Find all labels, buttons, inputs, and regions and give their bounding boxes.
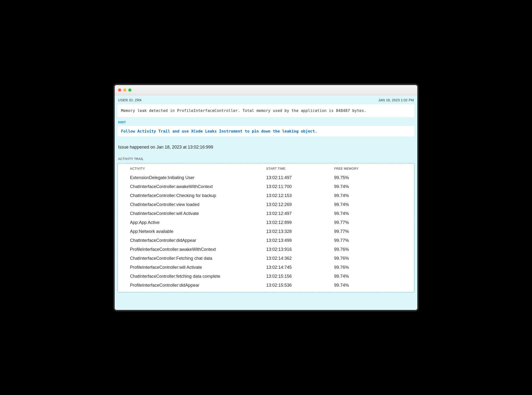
cell-start-time: 13:02:13:328 xyxy=(266,229,334,234)
activity-trail-table: ACTIVITY START TIME FREE MEMORY Extensio… xyxy=(118,163,414,292)
cell-start-time: 13:02:14:362 xyxy=(266,256,334,261)
table-row: App:Network available13:02:13:32899.77% xyxy=(130,227,402,236)
cell-activity: ChatInterfaceController:Checking for bac… xyxy=(130,193,266,198)
cell-free-memory: 99.76% xyxy=(334,247,402,252)
cell-activity: ChatInterfaceController:didAppear xyxy=(130,238,266,243)
cell-free-memory: 99.75% xyxy=(334,175,402,180)
cell-activity: ProfileInterfaceController:didAppear xyxy=(130,283,266,288)
header-row: USER ID: ZRK JAN 18, 2023 1:02 PM xyxy=(118,98,414,102)
user-id: USER ID: ZRK xyxy=(118,98,142,102)
column-header-activity: ACTIVITY xyxy=(130,167,266,170)
table-row: ChatInterfaceController:Fetching chat da… xyxy=(130,254,402,263)
cell-activity: ChatInterfaceController:view loaded xyxy=(130,202,266,207)
cell-activity: ChatInterfaceController:Fetching chat da… xyxy=(130,256,266,261)
cell-start-time: 13:02:11:700 xyxy=(266,184,334,189)
cell-activity: ChatInterfaceController:will Activate xyxy=(130,211,266,216)
minimize-icon[interactable] xyxy=(123,88,126,92)
error-message: Memory leak detected in ProfileInterface… xyxy=(118,104,414,117)
cell-start-time: 13:02:13:499 xyxy=(266,238,334,243)
cell-activity: ExtensionDelegate:Initiating User xyxy=(130,175,266,180)
table-row: ChatInterfaceController:didAppear13:02:1… xyxy=(130,236,402,245)
cell-start-time: 13:02:12:497 xyxy=(266,211,334,216)
column-header-free-memory: FREE MEMORY xyxy=(334,167,402,170)
cell-free-memory: 99.74% xyxy=(334,193,402,198)
issue-timestamp-line: Issue happened on Jan 18, 2023 at 13:02:… xyxy=(118,145,414,150)
cell-free-memory: 99.74% xyxy=(334,184,402,189)
table-row: ChatInterfaceController:will Activate13:… xyxy=(130,209,402,218)
cell-free-memory: 99.74% xyxy=(334,283,402,288)
timestamp: JAN 18, 2023 1:02 PM xyxy=(378,98,414,102)
cell-free-memory: 99.76% xyxy=(334,265,402,270)
cell-start-time: 13:02:11:497 xyxy=(266,175,334,180)
titlebar xyxy=(115,85,417,95)
table-row: ChatInterfaceController:Checking for bac… xyxy=(130,191,402,200)
cell-start-time: 13:02:13:916 xyxy=(266,247,334,252)
table-row: ChatInterfaceController:view loaded13:02… xyxy=(130,200,402,209)
user-id-label: USER ID: xyxy=(118,98,134,102)
hint-label: HINT xyxy=(118,120,414,124)
table-header: ACTIVITY START TIME FREE MEMORY xyxy=(130,166,402,173)
cell-free-memory: 99.76% xyxy=(334,256,402,261)
hint-text: Follow Activity Trail and use XCode Leak… xyxy=(118,126,414,136)
cell-activity: ChatInterfaceController:fetching data co… xyxy=(130,274,266,279)
cell-free-memory: 99.77% xyxy=(334,220,402,225)
table-row: ProfileInterfaceController:didAppear13:0… xyxy=(130,281,402,290)
cell-start-time: 13:02:14:745 xyxy=(266,265,334,270)
cell-start-time: 13:02:15:156 xyxy=(266,274,334,279)
cell-activity: App:App Active xyxy=(130,220,266,225)
cell-free-memory: 99.74% xyxy=(334,211,402,216)
table-row: ChatInterfaceController:awakeWithContext… xyxy=(130,182,402,191)
cell-free-memory: 99.74% xyxy=(334,274,402,279)
table-row: ExtensionDelegate:Initiating User13:02:1… xyxy=(130,173,402,182)
cell-start-time: 13:02:15:536 xyxy=(266,283,334,288)
cell-free-memory: 99.77% xyxy=(334,238,402,243)
cell-free-memory: 99.74% xyxy=(334,202,402,207)
maximize-icon[interactable] xyxy=(128,88,131,92)
activity-trail-label: ACTIVITY TRAIL xyxy=(118,157,414,161)
table-row: App:App Active13:02:12:89999.77% xyxy=(130,218,402,227)
cell-activity: ProfileInterfaceController:awakeWithCont… xyxy=(130,247,266,252)
cell-start-time: 13:02:12:153 xyxy=(266,193,334,198)
close-icon[interactable] xyxy=(118,88,121,92)
user-id-value: ZRK xyxy=(135,98,142,102)
app-window: USER ID: ZRK JAN 18, 2023 1:02 PM Memory… xyxy=(113,84,419,311)
table-row: ProfileInterfaceController:will Activate… xyxy=(130,263,402,272)
cell-activity: App:Network available xyxy=(130,229,266,234)
cell-start-time: 13:02:12:269 xyxy=(266,202,334,207)
cell-start-time: 13:02:12:899 xyxy=(266,220,334,225)
table-row: ProfileInterfaceController:awakeWithCont… xyxy=(130,245,402,254)
cell-activity: ChatInterfaceController:awakeWithContext xyxy=(130,184,266,189)
cell-activity: ProfileInterfaceController:will Activate xyxy=(130,265,266,270)
cell-free-memory: 99.77% xyxy=(334,229,402,234)
column-header-start-time: START TIME xyxy=(266,167,334,170)
content-area[interactable]: USER ID: ZRK JAN 18, 2023 1:02 PM Memory… xyxy=(115,95,417,310)
table-row: ChatInterfaceController:fetching data co… xyxy=(130,272,402,281)
